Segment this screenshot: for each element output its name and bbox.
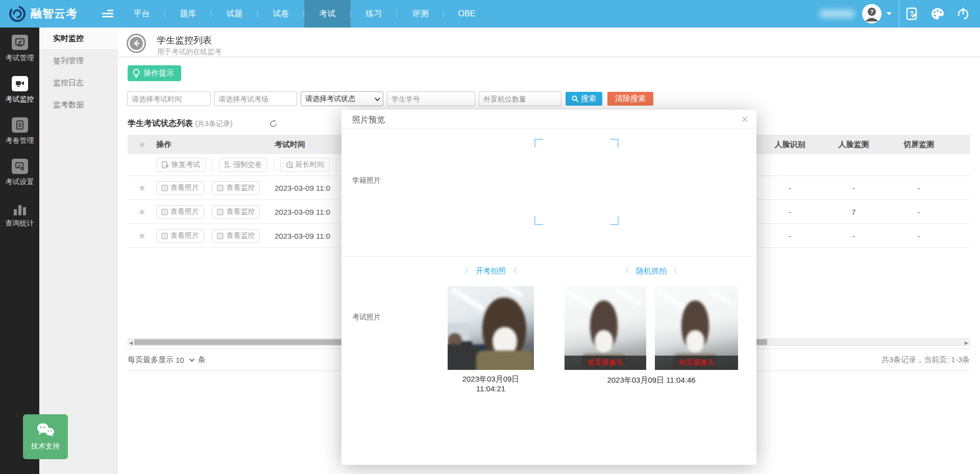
screen-switch-cell: - (886, 184, 952, 192)
view-photo-button[interactable]: 查看照片 (156, 229, 204, 243)
page-size-select[interactable]: 每页最多显示 10 条 (128, 355, 206, 365)
camera-icon (12, 76, 28, 91)
scroll-left-icon[interactable]: ◀ (129, 340, 133, 345)
view-monitor-button[interactable]: 查看监控 (212, 181, 260, 195)
table-title: 学生考试状态列表 (共3条记录) (128, 118, 233, 129)
student-id-input[interactable] (387, 91, 475, 106)
random-capture-photo[interactable]: 前置摄像头 (565, 286, 646, 370)
exam-room-input[interactable] (214, 91, 297, 106)
random-capture-timestamp: 2023年03月09日 11:04:46 (565, 375, 738, 385)
sidebar-item-exam-monitoring[interactable]: 考试监控 (0, 69, 39, 110)
detail-card-icon (161, 233, 168, 239)
nav-evaluation[interactable]: 评测 (397, 0, 444, 28)
scroll-right-icon[interactable]: ▶ (965, 340, 968, 345)
view-photo-button[interactable]: 查看照片 (156, 181, 204, 195)
random-capture-heading: 》 随机抓拍 《 (565, 266, 738, 276)
exam-photo-label: 考试照片 (352, 313, 381, 322)
sidebar-item-exam-management[interactable]: 考试管理 (0, 28, 39, 69)
page-subtitle: 用于考试的在线监考 (157, 47, 222, 57)
sidebar-item-exam-settings[interactable]: 考试设置 (0, 152, 39, 193)
search-icon (572, 95, 578, 102)
nav-practice[interactable]: 练习 (351, 0, 397, 28)
star-icon[interactable]: ★ (138, 183, 145, 193)
header-divider (118, 57, 980, 57)
tech-support-button[interactable]: 技术支持 (23, 414, 68, 459)
lightbulb-icon (133, 69, 140, 78)
search-button[interactable]: 搜索 (566, 92, 602, 106)
col-face-monitor: 人脸监测 (822, 140, 886, 149)
sidebar-item-paper-management[interactable]: 考卷管理 (0, 110, 39, 152)
back-arrow-icon (130, 37, 143, 50)
avatar-caret-icon[interactable] (887, 12, 892, 15)
detail-card-icon (161, 209, 168, 215)
username-blurred (819, 10, 855, 18)
help-doc-icon[interactable]: ? (899, 0, 925, 28)
nav-papers[interactable]: 试卷 (258, 0, 304, 28)
svg-text:?: ? (870, 9, 874, 15)
camera-count-input[interactable] (479, 91, 561, 106)
person-icon (224, 161, 231, 168)
screen-switch-cell: - (886, 208, 952, 216)
star-icon[interactable]: ★ (138, 231, 145, 241)
sidebar-item-statistics[interactable]: 查询统计 (0, 193, 39, 234)
modal-header: 照片预览 × (341, 110, 756, 129)
user-avatar[interactable]: ? (862, 4, 881, 23)
edit-gear-icon (12, 159, 28, 174)
enrollment-photo-label: 学籍照片 (352, 176, 381, 185)
chevron-down-icon (375, 95, 380, 101)
clock-plus-icon (286, 161, 293, 168)
subnav-monitoring-logs[interactable]: 监控日志 (39, 72, 118, 94)
subnav-checkin-management[interactable]: 签到管理 (39, 50, 118, 72)
extend-time-button[interactable]: 延长时间 (280, 158, 330, 172)
clear-search-button[interactable]: 清除搜索 (607, 92, 653, 106)
subnav-realtime-monitoring[interactable]: 实时监控 (39, 28, 118, 50)
operation-tips-button[interactable]: 操作提示 (128, 65, 181, 81)
record-count: (共3条记录) (195, 119, 232, 128)
pagination-summary: 共3条记录，当前页: 1-3条 (881, 355, 970, 365)
close-icon[interactable]: × (741, 112, 748, 127)
resume-doc-icon (162, 161, 169, 168)
exam-status-select[interactable]: 请选择考试状态 (301, 91, 383, 106)
star-icon[interactable]: ★ (138, 207, 145, 217)
nav-questions[interactable]: 试题 (211, 0, 258, 28)
paper-icon (12, 117, 28, 133)
view-monitor-button[interactable]: 查看监控 (212, 229, 260, 243)
logout-power-icon[interactable] (950, 0, 976, 28)
random-capture-photo[interactable]: 前置摄像头 (655, 286, 738, 370)
nav-platform[interactable]: 平台 (118, 0, 165, 28)
chevron-down-icon (189, 357, 194, 362)
view-photo-button[interactable]: 查看照片 (156, 205, 204, 219)
nav-question-bank[interactable]: 题库 (165, 0, 211, 28)
col-operations: 操作 (156, 140, 275, 149)
bar-chart-icon (12, 200, 28, 215)
start-capture-timestamp: 2023年03月09日 11:04:21 (450, 374, 532, 393)
start-capture-heading: 》 开考拍照 《 (448, 266, 534, 276)
view-monitor-button[interactable]: 查看监控 (212, 205, 260, 219)
detail-card-icon (161, 185, 168, 191)
app-root: 融智云考 平台 题库 试题 试卷 考试 练习 评测 OBE ? (0, 0, 980, 474)
screen-switch-cell: - (886, 232, 952, 240)
nav-obe[interactable]: OBE (444, 0, 490, 28)
secondary-sidebar: 实时监控 签到管理 监控日志 监考数据 (39, 28, 118, 474)
col-face-recognition: 人脸识别 (758, 140, 822, 149)
theme-palette-icon[interactable] (925, 0, 950, 28)
exam-time-input[interactable] (127, 91, 211, 106)
nav-exam[interactable]: 考试 (304, 0, 351, 28)
topbar-right: ? ? (819, 0, 980, 28)
start-capture-photo[interactable] (448, 286, 534, 370)
logo-text: 融智云考 (31, 6, 78, 21)
star-icon[interactable]: ★ (138, 140, 145, 149)
refresh-icon[interactable] (269, 119, 278, 130)
frame-corner-icon (534, 216, 543, 225)
app-logo[interactable]: 融智云考 (8, 4, 78, 24)
subnav-invigilation-data[interactable]: 监考数据 (39, 94, 118, 116)
force-submit-button[interactable]: 强制交卷 (218, 158, 267, 172)
photo-preview-modal: 照片预览 × 学籍照片 考试照片 》 开考拍照 《 》 随机抓拍 《 (341, 110, 756, 465)
face-monitor-cell: 7 (822, 208, 886, 216)
back-button[interactable] (127, 34, 146, 53)
menu-collapse-icon[interactable] (102, 10, 113, 18)
logo-swirl-icon (8, 5, 27, 23)
edit-doc-icon (12, 35, 28, 50)
face-recognition-cell: - (758, 208, 822, 216)
resume-exam-button[interactable]: 恢复考试 (156, 158, 206, 172)
